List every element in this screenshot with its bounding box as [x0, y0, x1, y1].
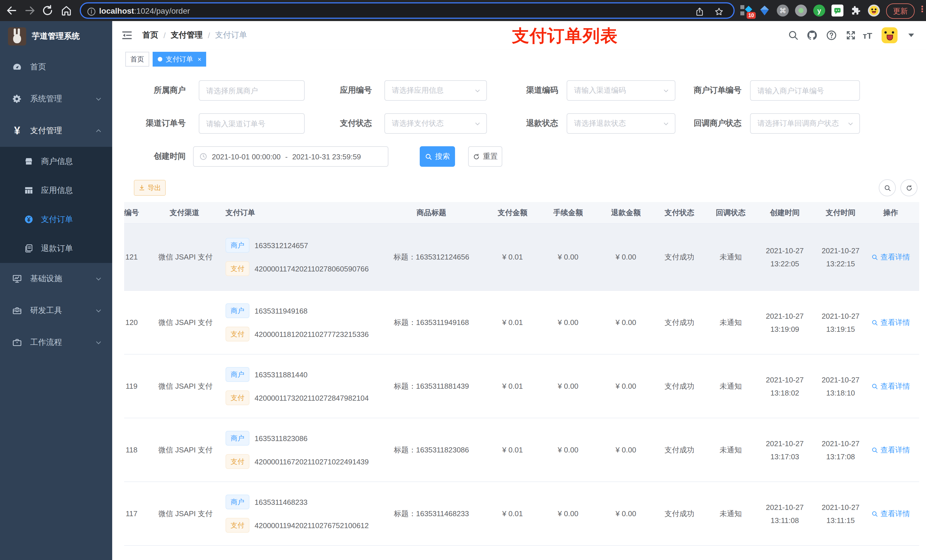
- sidebar-item-app-info[interactable]: 应用信息: [0, 176, 112, 205]
- callback-status-select[interactable]: 请选择订单回调商户状态: [750, 113, 860, 134]
- cell-create-time: 2021-10-2713:17:03: [756, 439, 813, 461]
- view-detail-link[interactable]: 查看详情: [872, 252, 910, 262]
- merchant-select-input[interactable]: [199, 80, 305, 101]
- search-icon: [425, 153, 432, 160]
- cell-amount: ¥ 0.01: [487, 509, 538, 518]
- browser-home-icon[interactable]: [61, 5, 72, 17]
- sidebar-item-workflow[interactable]: 工作流程: [0, 327, 112, 359]
- sidebar-item-payment[interactable]: ¥ 支付管理: [0, 115, 112, 147]
- tab-pay-order[interactable]: 支付订单 ×: [153, 52, 206, 66]
- avatar-caret-icon[interactable]: [908, 33, 914, 37]
- orders-table: 编号 支付渠道 支付订单 商品标题 支付金额 手续金额 退款金额 支付状态 回调…: [124, 202, 919, 560]
- browser-menu-icon[interactable]: ⋮: [918, 4, 926, 14]
- site-info-icon[interactable]: [86, 7, 96, 17]
- font-size-icon[interactable]: тT: [863, 31, 874, 42]
- channel-order-input[interactable]: [199, 113, 305, 134]
- date-end: 2021-10-31 23:59:59: [292, 152, 361, 161]
- col-order: 支付订单: [211, 207, 376, 218]
- github-icon[interactable]: [806, 30, 818, 41]
- pay-status-select[interactable]: 请选择支付状态: [384, 113, 487, 134]
- avatar[interactable]: [882, 27, 897, 43]
- cell-amount: ¥ 0.01: [487, 382, 538, 390]
- filter-pay-status: 支付状态 请选择支付状态: [292, 113, 487, 134]
- breadcrumb-home[interactable]: 首页: [142, 30, 158, 41]
- magnifier-icon: [872, 254, 878, 260]
- profile-emoji-icon[interactable]: [868, 5, 880, 17]
- cell-pay-order: 商户 1635311881440 支付 42000011732021102728…: [211, 367, 376, 405]
- cell-pay-status: 支付成功: [654, 252, 705, 262]
- sidebar-item-dev-tools[interactable]: 研发工具: [0, 295, 112, 327]
- share-icon[interactable]: [695, 7, 705, 17]
- breadcrumb-current: 支付订单: [215, 30, 247, 41]
- export-button[interactable]: 导出: [134, 180, 166, 196]
- bookmark-star-icon[interactable]: [714, 7, 724, 17]
- logo-rabbit-icon: [8, 27, 26, 45]
- cell-pay-time: 2021-10-2713:19:15: [813, 312, 868, 333]
- document-icon: [24, 244, 33, 253]
- tab-close-icon[interactable]: ×: [198, 56, 201, 62]
- col-id: 编号: [124, 207, 158, 218]
- help-icon[interactable]: [826, 30, 837, 41]
- reset-button[interactable]: 重置: [468, 146, 502, 167]
- refresh-icon: [905, 184, 912, 192]
- sidebar-item-merchant-info[interactable]: 商户信息: [0, 147, 112, 176]
- extension-command-icon[interactable]: ⌘: [777, 5, 789, 17]
- extensions-puzzle-icon[interactable]: [850, 5, 862, 17]
- browser-forward-icon[interactable]: [24, 5, 36, 17]
- sidebar-item-refund-order[interactable]: 退款订单: [0, 234, 112, 263]
- view-detail-link[interactable]: 查看详情: [872, 317, 910, 328]
- cell-channel: 微信 JSAPI 支付: [158, 445, 211, 455]
- toggle-search-button[interactable]: [879, 179, 896, 196]
- cell-pay-order: 商户 1635311468233 支付 42000011942021102767…: [211, 495, 376, 533]
- search-icon[interactable]: [788, 30, 799, 41]
- view-detail-link[interactable]: 查看详情: [872, 445, 910, 455]
- extension-y-icon[interactable]: y: [813, 5, 825, 17]
- monitor-icon: [12, 274, 22, 284]
- refresh-table-button[interactable]: [900, 179, 917, 196]
- cell-id: 119: [124, 382, 158, 390]
- sidebar-item-pay-order[interactable]: 支付订单: [0, 205, 112, 234]
- cell-channel: 微信 JSAPI 支付: [158, 509, 211, 519]
- fullscreen-icon[interactable]: [845, 30, 856, 41]
- page-title: 支付订单列表: [442, 24, 687, 48]
- extension-diamond-icon[interactable]: 10: [740, 5, 752, 17]
- dashboard-icon: [12, 62, 22, 72]
- extension-chat-icon[interactable]: [831, 5, 843, 17]
- extension-dot-icon[interactable]: [795, 5, 807, 17]
- sidebar-fold-icon[interactable]: [121, 30, 133, 41]
- browser-back-icon[interactable]: [6, 5, 18, 17]
- cell-create-time: 2021-10-2713:11:08: [756, 503, 813, 524]
- tab-home[interactable]: 首页: [125, 52, 149, 66]
- sidebar-item-home[interactable]: 首页: [0, 51, 112, 83]
- sidebar-item-infra[interactable]: 基础设施: [0, 263, 112, 295]
- merchant-badge: 商户: [225, 367, 250, 382]
- magnifier-icon: [872, 447, 878, 453]
- filter-merchant-order: 商户订单编号: [651, 80, 860, 101]
- cell-channel: 微信 JSAPI 支付: [158, 381, 211, 391]
- merchant-order-no: 1635311468233: [254, 498, 307, 506]
- extension-kite-icon[interactable]: [758, 5, 770, 17]
- view-detail-link[interactable]: 查看详情: [872, 381, 910, 391]
- table-row: 118 微信 JSAPI 支付 商户 1635311823086 支付 4200…: [124, 418, 919, 482]
- breadcrumb-section[interactable]: 支付管理: [171, 30, 203, 41]
- cell-pay-status: 支付成功: [654, 445, 705, 455]
- pay-order-no: 4200001181202110277723215336: [254, 330, 369, 338]
- chevron-up-icon: [95, 127, 102, 134]
- merchant-order-input[interactable]: [750, 80, 860, 101]
- app-select[interactable]: 请选择应用信息: [384, 80, 487, 101]
- browser-update-button[interactable]: 更新: [886, 3, 915, 19]
- url-path: :1024/pay/order: [134, 6, 190, 15]
- cell-pay-time: 2021-10-2713:22:15: [813, 246, 868, 268]
- col-create-time: 创建时间: [756, 207, 813, 218]
- view-detail-link[interactable]: 查看详情: [872, 509, 910, 519]
- search-button[interactable]: 搜索: [420, 146, 455, 167]
- browser-reload-icon[interactable]: [42, 5, 53, 17]
- page-header: 首页 / 支付管理 / 支付订单 支付订单列表 тT: [112, 21, 926, 50]
- date-range-picker[interactable]: 2021-10-01 00:00:00 - 2021-10-31 23:59:5…: [193, 146, 388, 167]
- pay-badge: 支付: [225, 390, 250, 405]
- logo-block[interactable]: 芋道管理系统: [0, 21, 112, 51]
- cell-actions: 查看详情: [868, 509, 914, 519]
- address-bar[interactable]: localhost:1024/pay/order: [80, 2, 735, 19]
- cell-pay-time: 2021-10-2713:18:10: [813, 375, 868, 397]
- sidebar-item-system[interactable]: 系统管理: [0, 83, 112, 115]
